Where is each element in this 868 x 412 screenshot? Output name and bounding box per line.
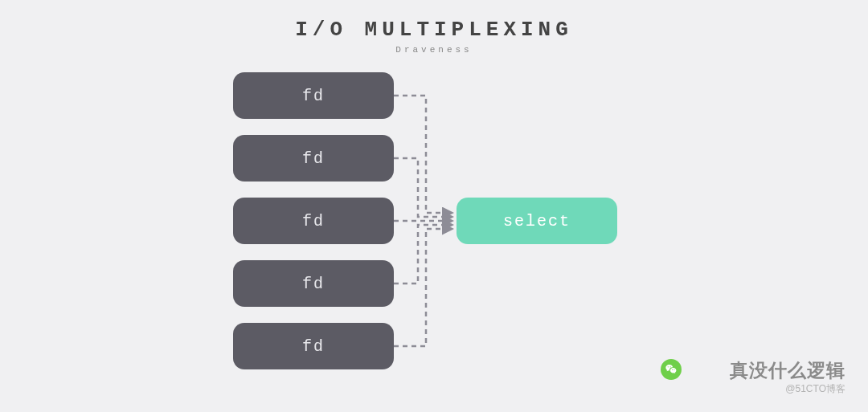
fd-node-4: fd <box>233 260 394 307</box>
wechat-icon <box>661 359 682 380</box>
fd-node-5: fd <box>233 323 394 369</box>
fd-node-label: fd <box>302 337 325 356</box>
fd-node-3: fd <box>233 198 394 244</box>
edge-fd2-select <box>394 158 452 217</box>
diagram-author: Draveness <box>0 45 868 55</box>
fd-node-label: fd <box>302 212 325 230</box>
diagram-canvas: fd fd fd fd fd select <box>0 64 868 402</box>
fd-node-label: fd <box>302 87 325 105</box>
watermark-source: @51CTO博客 <box>785 382 845 396</box>
select-node: select <box>457 198 617 244</box>
edge-fd1-select <box>394 96 452 213</box>
fd-node-label: fd <box>302 149 325 168</box>
connector-layer <box>0 64 868 402</box>
fd-node-2: fd <box>233 135 394 182</box>
edge-fd5-select <box>394 229 452 346</box>
diagram-title: I/O MULTIPLEXING <box>0 0 868 42</box>
fd-node-1: fd <box>233 72 394 119</box>
watermark-text: 真没什么逻辑 <box>730 358 845 383</box>
select-node-label: select <box>503 212 571 230</box>
fd-node-label: fd <box>302 275 325 293</box>
edge-fd4-select <box>394 225 452 284</box>
